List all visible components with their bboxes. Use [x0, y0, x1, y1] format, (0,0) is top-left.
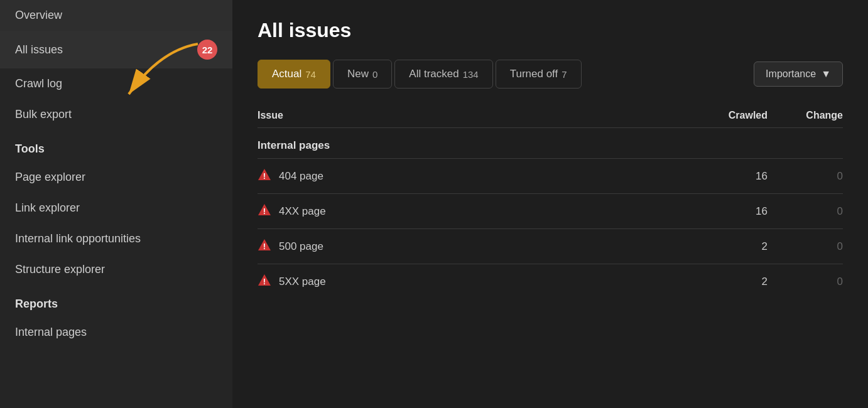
- alert-icon-4xx: !: [258, 203, 271, 220]
- alert-icon-5xx: !: [258, 273, 271, 290]
- tab-actual-label: Actual: [272, 68, 301, 80]
- table-header: Issue Crawled Change: [258, 104, 843, 128]
- sidebar-item-crawl-log[interactable]: Crawl log: [0, 68, 232, 99]
- change-cell-4xx: 0: [768, 205, 843, 218]
- tab-all-tracked-label: All tracked: [409, 68, 458, 80]
- svg-text:!: !: [263, 207, 266, 216]
- sidebar-label-internal-pages: Internal pages: [15, 326, 87, 339]
- section-internal-pages: Internal pages: [258, 131, 843, 158]
- crawled-cell-5xx: 2: [680, 276, 768, 288]
- svg-text:!: !: [263, 277, 266, 286]
- sidebar-item-page-explorer[interactable]: Page explorer: [0, 162, 232, 193]
- tab-turned-off-count: 7: [561, 69, 567, 80]
- issue-label-404: 404 page: [279, 170, 323, 183]
- alert-icon-404: !: [258, 168, 271, 185]
- table-row[interactable]: ! 500 page 2 0: [258, 228, 843, 264]
- crawled-cell-404: 16: [680, 170, 768, 183]
- sidebar-item-internal-pages[interactable]: Internal pages: [0, 317, 232, 348]
- issue-label-5xx: 5XX page: [279, 276, 326, 288]
- chevron-down-icon: ▼: [821, 68, 831, 80]
- importance-label: Importance: [766, 68, 816, 80]
- tools-section-header: Tools: [0, 130, 232, 162]
- tab-bar: Actual 74 New 0 All tracked 134 Turned o…: [258, 60, 843, 89]
- sidebar-item-overview[interactable]: Overview: [0, 0, 232, 31]
- tab-new[interactable]: New 0: [333, 60, 392, 89]
- sidebar: Overview All issues 22 Crawl log Bulk ex…: [0, 0, 232, 408]
- table-row[interactable]: ! 4XX page 16 0: [258, 193, 843, 228]
- issue-label-500: 500 page: [279, 240, 323, 253]
- sidebar-label-crawl-log: Crawl log: [15, 77, 62, 90]
- tab-actual-count: 74: [305, 69, 316, 80]
- issue-cell-4xx: ! 4XX page: [258, 203, 680, 220]
- svg-text:!: !: [263, 242, 266, 251]
- section-header-label: Internal pages: [258, 139, 330, 151]
- sidebar-item-bulk-export[interactable]: Bulk export: [0, 99, 232, 130]
- change-cell-5xx: 0: [768, 276, 843, 288]
- tab-new-label: New: [347, 68, 369, 80]
- table-row[interactable]: ! 404 page 16 0: [258, 158, 843, 193]
- tab-all-tracked-count: 134: [463, 69, 479, 80]
- issue-cell-404: ! 404 page: [258, 168, 680, 185]
- sidebar-item-all-issues[interactable]: All issues 22: [0, 31, 232, 68]
- crawled-cell-4xx: 16: [680, 205, 768, 218]
- tab-turned-off-label: Turned off: [510, 68, 558, 80]
- sidebar-item-structure-explorer[interactable]: Structure explorer: [0, 254, 232, 285]
- sidebar-label-bulk-export: Bulk export: [15, 108, 72, 121]
- col-header-issue: Issue: [258, 110, 680, 121]
- importance-dropdown[interactable]: Importance ▼: [754, 62, 843, 87]
- sidebar-label-link-explorer: Link explorer: [15, 201, 80, 215]
- tab-new-count: 0: [372, 69, 377, 80]
- sidebar-item-internal-link-opportunities[interactable]: Internal link opportunities: [0, 223, 232, 254]
- change-cell-404: 0: [768, 170, 843, 183]
- sidebar-label-all-issues: All issues: [15, 43, 63, 56]
- all-issues-badge: 22: [197, 40, 217, 60]
- tab-actual[interactable]: Actual 74: [258, 60, 330, 89]
- col-header-crawled: Crawled: [680, 110, 768, 121]
- sidebar-label-internal-link-opportunities: Internal link opportunities: [15, 232, 141, 245]
- tab-all-tracked[interactable]: All tracked 134: [394, 60, 492, 89]
- col-header-change: Change: [768, 110, 843, 121]
- main-content: All issues Actual 74 New 0 All tracked 1…: [232, 0, 868, 408]
- table-row[interactable]: ! 5XX page 2 0: [258, 264, 843, 299]
- sidebar-label-page-explorer: Page explorer: [15, 171, 85, 184]
- issue-cell-500: ! 500 page: [258, 238, 680, 255]
- crawled-cell-500: 2: [680, 240, 768, 253]
- sidebar-label-structure-explorer: Structure explorer: [15, 263, 105, 276]
- sidebar-item-link-explorer[interactable]: Link explorer: [0, 193, 232, 223]
- page-title: All issues: [258, 19, 843, 42]
- alert-icon-500: !: [258, 238, 271, 255]
- change-cell-500: 0: [768, 240, 843, 253]
- issue-cell-5xx: ! 5XX page: [258, 273, 680, 290]
- tab-turned-off[interactable]: Turned off 7: [496, 60, 582, 89]
- sidebar-label-overview: Overview: [15, 9, 62, 22]
- svg-text:!: !: [263, 171, 266, 181]
- issue-label-4xx: 4XX page: [279, 205, 326, 218]
- reports-section-header: Reports: [0, 285, 232, 317]
